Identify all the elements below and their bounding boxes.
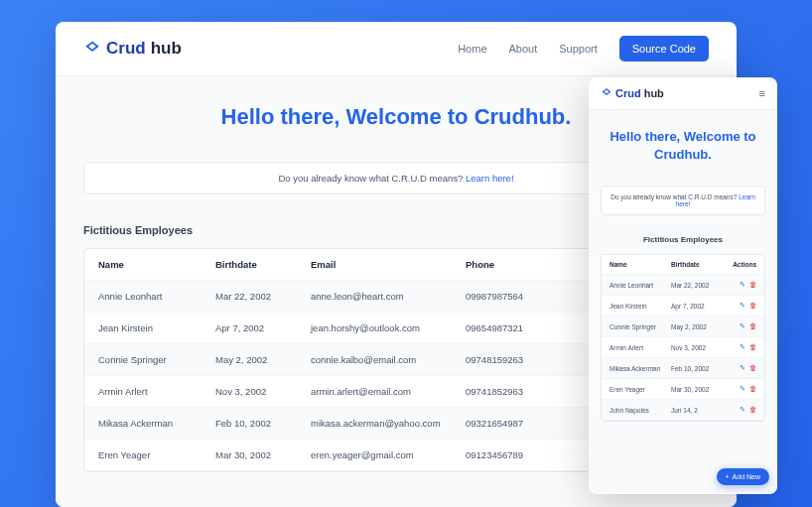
cell-birthdate: Apr 7, 2002 [671, 303, 721, 310]
cell-name: Mikasa Ackerman [609, 365, 671, 372]
col-birthdate: Birthdate [671, 261, 721, 268]
nav-support[interactable]: Support [559, 43, 598, 55]
edit-icon[interactable]: ✎ [740, 322, 745, 330]
table-row[interactable]: Connie SpringerMay 2, 2002✎🗑 [602, 317, 764, 337]
cell-birthdate: Apr 7, 2002 [215, 322, 311, 333]
mobile-info-banner: Do you already know what C.R.U.D means? … [601, 186, 765, 215]
mobile-table-header-row: Name Birthdate Actions [602, 255, 764, 275]
table-row[interactable]: Armin ArlertNov 3, 2002✎🗑 [602, 337, 764, 358]
cell-name: Armin Arlert [609, 344, 671, 351]
table-row[interactable]: Eren YeagerMar 30, 2002✎🗑 [602, 379, 764, 400]
delete-icon[interactable]: 🗑 [749, 406, 756, 414]
cell-name: Armin Arlert [98, 386, 215, 397]
delete-icon[interactable]: 🗑 [749, 364, 756, 372]
col-birthdate: Birthdate [215, 259, 311, 270]
cell-birthdate: Jun 14, 2 [671, 407, 721, 414]
desktop-header: Crudhub Home About Support Source Code [56, 22, 737, 76]
edit-icon[interactable]: ✎ [740, 364, 745, 372]
info-text: Do you already know what C.R.U.D means? [610, 193, 739, 200]
learn-here-link[interactable]: Learn here! [466, 173, 514, 184]
hamburger-icon[interactable]: ≡ [759, 87, 765, 99]
cell-birthdate: May 2, 2002 [671, 323, 721, 330]
cell-birthdate: Mar 22, 2002 [671, 282, 721, 289]
logo-icon [601, 87, 612, 99]
table-row[interactable]: Jean KirsteinApr 7, 2002✎🗑 [602, 296, 764, 317]
cell-actions: ✎🗑 [721, 385, 756, 393]
mobile-viewport: Crudhub ≡ Hello there, Welcome to Crudhu… [589, 77, 777, 494]
logo[interactable]: Crudhub [83, 39, 182, 59]
cell-name: Annie Leonhart [98, 291, 215, 302]
delete-icon[interactable]: 🗑 [749, 343, 756, 351]
cell-actions: ✎🗑 [721, 281, 756, 289]
cell-actions: ✎🗑 [721, 406, 756, 414]
logo-text-b: hub [644, 87, 664, 99]
cell-birthdate: Nov 3, 2002 [671, 344, 721, 351]
cell-email: mikasa.ackerman@yahoo.com [311, 418, 466, 429]
cell-email: jean.horshy@outlook.com [311, 322, 466, 333]
logo-text-a: Crud [106, 39, 146, 59]
cell-actions: ✎🗑 [721, 364, 756, 372]
cell-name: Annie Leonhart [609, 282, 671, 289]
edit-icon[interactable]: ✎ [740, 406, 745, 414]
col-actions: Actions [721, 261, 756, 268]
edit-icon[interactable]: ✎ [740, 302, 745, 310]
cell-birthdate: May 2, 2002 [215, 354, 311, 365]
delete-icon[interactable]: 🗑 [749, 322, 756, 330]
table-row[interactable]: John NapolesJun 14, 2✎🗑 [602, 400, 764, 421]
info-text: Do you already know what C.R.U.D means? [278, 173, 466, 184]
cell-name: Eren Yeager [98, 449, 215, 460]
delete-icon[interactable]: 🗑 [749, 302, 756, 310]
cell-birthdate: Feb 10, 2002 [671, 365, 721, 372]
cell-name: Eren Yeager [609, 386, 671, 393]
edit-icon[interactable]: ✎ [740, 281, 745, 289]
cell-birthdate: Mar 22, 2002 [215, 291, 311, 302]
nav-about[interactable]: About [509, 43, 538, 55]
cell-name: Mikasa Ackerman [98, 418, 215, 429]
cell-birthdate: Feb 10, 2002 [215, 418, 311, 429]
mobile-body: Hello there, Welcome to Crudhub. Do you … [589, 110, 777, 493]
mobile-header: Crudhub ≡ [589, 77, 777, 110]
cell-name: Jean Kirstein [609, 303, 671, 310]
col-name: Name [98, 259, 215, 270]
delete-icon[interactable]: 🗑 [749, 385, 756, 393]
plus-icon: + [726, 473, 730, 480]
cell-name: Connie Springer [98, 354, 215, 365]
delete-icon[interactable]: 🗑 [749, 281, 756, 289]
col-email: Email [311, 259, 466, 270]
desktop-nav: Home About Support Source Code [458, 36, 709, 62]
cell-actions: ✎🗑 [721, 302, 756, 310]
cell-name: John Napoles [609, 407, 671, 414]
mobile-logo[interactable]: Crudhub [601, 87, 664, 99]
mobile-section-title: Fictitious Employees [601, 235, 765, 244]
cell-email: connie.kalbo@email.com [311, 354, 466, 365]
cell-email: armin.arlert@email.com [311, 386, 466, 397]
cell-birthdate: Nov 3, 2002 [215, 386, 311, 397]
logo-text-b: hub [151, 39, 182, 59]
mobile-employees-table: Name Birthdate Actions Annie LeonhartMar… [601, 254, 765, 422]
edit-icon[interactable]: ✎ [740, 385, 745, 393]
nav-home[interactable]: Home [458, 43, 486, 55]
source-code-button[interactable]: Source Code [619, 36, 709, 62]
cell-name: Connie Springer [609, 323, 671, 330]
cell-birthdate: Mar 30, 2002 [215, 449, 311, 460]
cell-actions: ✎🗑 [721, 322, 756, 330]
table-row[interactable]: Annie LeonhartMar 22, 2002✎🗑 [602, 275, 764, 296]
logo-text-a: Crud [615, 87, 641, 99]
cell-email: anne.leon@heart.com [311, 291, 466, 302]
col-name: Name [609, 261, 671, 268]
add-new-button[interactable]: + Add New [717, 468, 770, 485]
cell-actions: ✎🗑 [721, 343, 756, 351]
cell-name: Jean Kirstein [98, 322, 215, 333]
mobile-hero-title: Hello there, Welcome to Crudhub. [601, 128, 765, 164]
edit-icon[interactable]: ✎ [740, 343, 745, 351]
cell-birthdate: Mar 30, 2002 [671, 386, 721, 393]
logo-icon [83, 40, 101, 58]
table-row[interactable]: Mikasa AckermanFeb 10, 2002✎🗑 [602, 358, 764, 379]
cell-email: eren.yeager@gmail.com [311, 449, 466, 460]
add-new-label: Add New [733, 473, 760, 480]
